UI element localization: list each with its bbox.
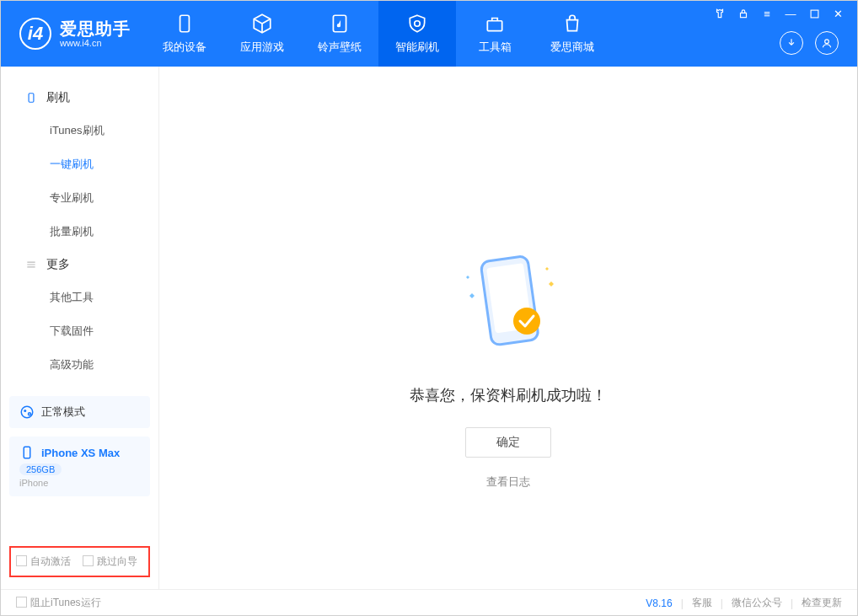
separator: | [681,597,684,609]
nav-tabs: 我的设备 应用游戏 铃声壁纸 智能刷机 工具箱 爱思商城 [146,1,611,67]
svg-rect-3 [741,13,747,17]
view-log-link[interactable]: 查看日志 [410,474,607,490]
minimize-button[interactable]: — [785,8,796,19]
version-label: V8.16 [646,597,672,609]
auto-activate-label: 自动激活 [30,555,71,567]
nav-apps-games[interactable]: 应用游戏 [223,1,301,67]
window-controls: ≡ — ✕ [714,8,844,19]
device-area: 正常模式 iPhone XS Max 256GB iPhone [9,396,150,505]
svg-rect-6 [29,94,34,103]
bag-icon [561,13,583,35]
logo-icon: i4 [19,18,51,50]
app-name-cn: 爱思助手 [60,19,131,38]
mode-card[interactable]: 正常模式 [9,396,150,428]
sidebar: 刷机 iTunes刷机 一键刷机 专业刷机 批量刷机 更多 其他工具 下载固件 … [1,67,159,589]
ok-button[interactable]: 确定 [465,427,551,458]
check-update-link[interactable]: 检查更新 [802,596,842,610]
sidebar-item-download-firmware[interactable]: 下载固件 [1,314,158,348]
separator: | [791,597,793,609]
music-file-icon [329,13,351,35]
mode-label: 正常模式 [41,404,85,420]
sidebar-group-flash: 刷机 [1,82,158,114]
close-button[interactable]: ✕ [832,8,844,19]
nav-label: 应用游戏 [240,40,284,55]
checkbox-skip-guide[interactable]: 跳过向导 [83,554,137,569]
device-icon [19,445,35,460]
header: i4 爱思助手 www.i4.cn 我的设备 应用游戏 铃声壁纸 智能刷机 工具… [1,1,857,67]
block-itunes-label: 阻止iTunes运行 [30,597,101,608]
success-title: 恭喜您，保资料刷机成功啦！ [410,385,607,405]
svg-point-8 [24,410,26,412]
device-type: iPhone [19,478,140,488]
mode-icon [19,404,35,420]
sidebar-group-title: 更多 [46,257,70,272]
separator: | [721,597,723,609]
menu-icon[interactable]: ≡ [761,8,773,19]
footer: 阻止iTunes运行 V8.16 | 客服 | 微信公众号 | 检查更新 [1,589,857,616]
skip-guide-label: 跳过向导 [97,555,137,567]
sidebar-item-other-tools[interactable]: 其他工具 [1,281,158,314]
device-icon [174,13,196,35]
header-right-buttons [780,31,839,55]
wechat-link[interactable]: 微信公众号 [732,596,782,610]
shirt-icon[interactable] [714,8,726,19]
svg-point-7 [21,406,33,418]
refresh-shield-icon [406,13,428,35]
toolbox-icon [484,13,506,35]
sidebar-group-title: 刷机 [46,90,70,105]
phone-icon [24,91,38,104]
nav-toolbox[interactable]: 工具箱 [456,1,534,67]
logo-area: i4 爱思助手 www.i4.cn [1,1,146,67]
sidebar-item-oneclick-flash[interactable]: 一键刷机 [1,147,158,181]
body: 刷机 iTunes刷机 一键刷机 专业刷机 批量刷机 更多 其他工具 下载固件 … [1,67,857,589]
success-illustration [441,244,576,362]
sidebar-item-pro-flash[interactable]: 专业刷机 [1,181,158,215]
app-name-en: www.i4.cn [60,38,131,48]
cube-icon [251,13,273,35]
nav-label: 我的设备 [163,40,206,55]
device-storage: 256GB [19,463,62,475]
maximize-button[interactable] [808,8,820,19]
svg-rect-2 [487,21,501,31]
main-content: 恭喜您，保资料刷机成功啦！ 确定 查看日志 [159,67,857,589]
bottom-options-highlight: 自动激活 跳过向导 [9,546,150,577]
footer-left: 阻止iTunes运行 [16,596,101,610]
success-panel: 恭喜您，保资料刷机成功啦！ 确定 查看日志 [410,244,607,490]
device-card[interactable]: iPhone XS Max 256GB iPhone [9,437,150,496]
sidebar-item-itunes-flash[interactable]: iTunes刷机 [1,114,158,147]
checkbox-auto-activate[interactable]: 自动激活 [16,554,71,569]
lock-icon[interactable] [737,8,749,19]
nav-label: 铃声壁纸 [318,40,362,55]
nav-label: 爱思商城 [550,40,594,55]
nav-label: 工具箱 [479,40,512,55]
sidebar-item-batch-flash[interactable]: 批量刷机 [1,215,158,249]
footer-right: V8.16 | 客服 | 微信公众号 | 检查更新 [646,596,842,610]
nav-store[interactable]: 爱思商城 [534,1,611,67]
svg-point-9 [29,413,31,415]
nav-my-device[interactable]: 我的设备 [146,1,223,67]
nav-ringtone-wallpaper[interactable]: 铃声壁纸 [301,1,378,67]
sidebar-group-more: 更多 [1,249,158,281]
list-icon [24,258,38,271]
device-name: iPhone XS Max [41,447,120,459]
user-button[interactable] [815,31,839,55]
svg-rect-0 [180,15,190,32]
sidebar-item-advanced[interactable]: 高级功能 [1,348,158,382]
download-button[interactable] [780,31,803,55]
support-link[interactable]: 客服 [692,596,712,610]
svg-point-5 [825,40,829,44]
nav-smart-flash[interactable]: 智能刷机 [378,1,456,67]
nav-label: 智能刷机 [395,40,439,55]
svg-rect-4 [811,10,818,18]
checkbox-block-itunes[interactable]: 阻止iTunes运行 [16,596,101,610]
svg-point-13 [513,308,540,335]
svg-rect-10 [24,447,30,458]
